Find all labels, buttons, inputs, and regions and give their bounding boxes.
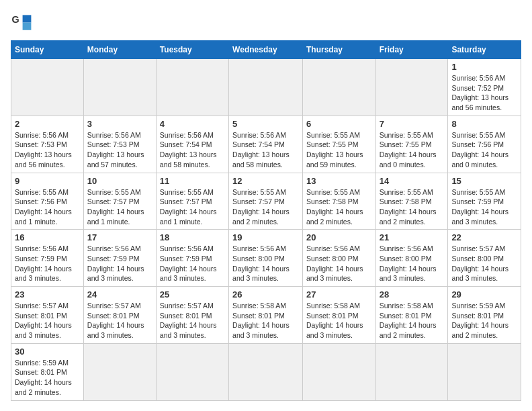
svg-marker-2 xyxy=(23,23,32,30)
calendar-day-header: Saturday xyxy=(448,41,521,59)
day-number: 10 xyxy=(87,176,152,186)
day-info: Sunrise: 5:57 AM Sunset: 8:00 PM Dayligh… xyxy=(451,244,517,283)
day-info: Sunrise: 5:56 AM Sunset: 7:52 PM Dayligh… xyxy=(451,73,517,113)
day-number: 2 xyxy=(15,119,80,129)
calendar-cell xyxy=(448,343,521,400)
calendar-cell: 22Sunrise: 5:57 AM Sunset: 8:00 PM Dayli… xyxy=(448,230,521,287)
calendar-cell xyxy=(375,343,448,400)
day-number: 3 xyxy=(87,119,152,129)
calendar-cell: 5Sunrise: 5:56 AM Sunset: 7:54 PM Daylig… xyxy=(229,116,303,173)
day-number: 1 xyxy=(451,62,517,72)
calendar-cell: 27Sunrise: 5:58 AM Sunset: 8:01 PM Dayli… xyxy=(302,287,375,344)
day-number: 15 xyxy=(451,176,517,186)
day-info: Sunrise: 5:58 AM Sunset: 8:01 PM Dayligh… xyxy=(232,301,299,340)
day-number: 14 xyxy=(380,176,445,186)
calendar-week-row: 23Sunrise: 5:57 AM Sunset: 8:01 PM Dayli… xyxy=(11,287,521,344)
day-info: Sunrise: 5:56 AM Sunset: 7:59 PM Dayligh… xyxy=(15,244,80,283)
page-header: G xyxy=(11,11,521,32)
calendar-cell: 19Sunrise: 5:56 AM Sunset: 8:00 PM Dayli… xyxy=(229,230,303,287)
day-number: 16 xyxy=(15,232,80,242)
day-info: Sunrise: 5:56 AM Sunset: 7:59 PM Dayligh… xyxy=(87,244,152,283)
day-info: Sunrise: 5:55 AM Sunset: 7:55 PM Dayligh… xyxy=(306,130,372,170)
day-number: 13 xyxy=(306,176,372,186)
day-number: 24 xyxy=(87,289,152,300)
day-info: Sunrise: 5:56 AM Sunset: 8:00 PM Dayligh… xyxy=(306,244,372,283)
day-info: Sunrise: 5:55 AM Sunset: 7:59 PM Dayligh… xyxy=(451,187,517,227)
calendar-cell xyxy=(229,59,303,116)
day-info: Sunrise: 5:57 AM Sunset: 8:01 PM Dayligh… xyxy=(160,301,225,340)
day-number: 27 xyxy=(306,289,372,300)
calendar-day-header: Sunday xyxy=(11,41,84,59)
calendar-cell: 9Sunrise: 5:55 AM Sunset: 7:56 PM Daylig… xyxy=(11,173,84,230)
calendar-cell: 7Sunrise: 5:55 AM Sunset: 7:55 PM Daylig… xyxy=(375,116,448,173)
calendar-cell: 28Sunrise: 5:58 AM Sunset: 8:01 PM Dayli… xyxy=(375,287,448,344)
day-info: Sunrise: 5:56 AM Sunset: 8:00 PM Dayligh… xyxy=(232,244,299,283)
calendar-cell: 20Sunrise: 5:56 AM Sunset: 8:00 PM Dayli… xyxy=(302,230,375,287)
day-number: 9 xyxy=(15,176,80,186)
day-number: 26 xyxy=(232,289,299,300)
day-info: Sunrise: 5:55 AM Sunset: 7:58 PM Dayligh… xyxy=(380,187,445,227)
calendar-cell xyxy=(156,59,228,116)
calendar-week-row: 2Sunrise: 5:56 AM Sunset: 7:53 PM Daylig… xyxy=(11,116,521,173)
day-number: 19 xyxy=(232,232,299,242)
day-number: 8 xyxy=(451,119,517,129)
day-number: 5 xyxy=(232,119,299,129)
calendar-cell: 24Sunrise: 5:57 AM Sunset: 8:01 PM Dayli… xyxy=(83,287,156,344)
day-info: Sunrise: 5:56 AM Sunset: 7:53 PM Dayligh… xyxy=(87,130,152,170)
calendar-cell: 16Sunrise: 5:56 AM Sunset: 7:59 PM Dayli… xyxy=(11,230,84,287)
calendar-cell: 4Sunrise: 5:56 AM Sunset: 7:54 PM Daylig… xyxy=(156,116,228,173)
logo: G xyxy=(11,11,36,32)
calendar-cell: 18Sunrise: 5:56 AM Sunset: 7:59 PM Dayli… xyxy=(156,230,228,287)
calendar-cell: 12Sunrise: 5:55 AM Sunset: 7:57 PM Dayli… xyxy=(229,173,303,230)
calendar-week-row: 9Sunrise: 5:55 AM Sunset: 7:56 PM Daylig… xyxy=(11,173,521,230)
day-info: Sunrise: 5:55 AM Sunset: 7:55 PM Dayligh… xyxy=(380,130,445,170)
day-info: Sunrise: 5:57 AM Sunset: 8:01 PM Dayligh… xyxy=(87,301,152,340)
day-info: Sunrise: 5:58 AM Sunset: 8:01 PM Dayligh… xyxy=(380,301,445,340)
day-number: 11 xyxy=(160,176,225,186)
logo-icon: G xyxy=(11,11,32,32)
calendar-day-header: Tuesday xyxy=(156,41,228,59)
calendar-cell: 8Sunrise: 5:55 AM Sunset: 7:56 PM Daylig… xyxy=(448,116,521,173)
svg-text:G: G xyxy=(12,14,19,25)
day-number: 18 xyxy=(160,232,225,242)
calendar-cell: 2Sunrise: 5:56 AM Sunset: 7:53 PM Daylig… xyxy=(11,116,84,173)
day-info: Sunrise: 5:59 AM Sunset: 8:01 PM Dayligh… xyxy=(15,358,80,398)
day-info: Sunrise: 5:55 AM Sunset: 7:56 PM Dayligh… xyxy=(15,187,80,227)
day-info: Sunrise: 5:56 AM Sunset: 7:59 PM Dayligh… xyxy=(160,244,225,283)
day-info: Sunrise: 5:55 AM Sunset: 7:56 PM Dayligh… xyxy=(451,130,517,170)
day-info: Sunrise: 5:55 AM Sunset: 7:58 PM Dayligh… xyxy=(306,187,372,227)
calendar-header-row: SundayMondayTuesdayWednesdayThursdayFrid… xyxy=(11,41,521,59)
calendar-day-header: Thursday xyxy=(302,41,375,59)
calendar-cell: 3Sunrise: 5:56 AM Sunset: 7:53 PM Daylig… xyxy=(83,116,156,173)
calendar-cell: 1Sunrise: 5:56 AM Sunset: 7:52 PM Daylig… xyxy=(448,59,521,116)
calendar-week-row: 30Sunrise: 5:59 AM Sunset: 8:01 PM Dayli… xyxy=(11,343,521,400)
calendar-cell: 26Sunrise: 5:58 AM Sunset: 8:01 PM Dayli… xyxy=(229,287,303,344)
day-info: Sunrise: 5:55 AM Sunset: 7:57 PM Dayligh… xyxy=(87,187,152,227)
calendar-cell: 6Sunrise: 5:55 AM Sunset: 7:55 PM Daylig… xyxy=(302,116,375,173)
calendar-cell: 29Sunrise: 5:59 AM Sunset: 8:01 PM Dayli… xyxy=(448,287,521,344)
calendar-day-header: Wednesday xyxy=(229,41,303,59)
calendar-cell: 30Sunrise: 5:59 AM Sunset: 8:01 PM Dayli… xyxy=(11,343,84,400)
calendar-day-header: Friday xyxy=(375,41,448,59)
svg-marker-1 xyxy=(23,15,32,22)
day-info: Sunrise: 5:56 AM Sunset: 7:53 PM Dayligh… xyxy=(15,130,80,170)
day-info: Sunrise: 5:56 AM Sunset: 8:00 PM Dayligh… xyxy=(380,244,445,283)
calendar-table: SundayMondayTuesdayWednesdayThursdayFrid… xyxy=(11,40,521,401)
day-number: 21 xyxy=(380,232,445,242)
day-number: 29 xyxy=(451,289,517,300)
calendar-cell: 13Sunrise: 5:55 AM Sunset: 7:58 PM Dayli… xyxy=(302,173,375,230)
calendar-cell: 14Sunrise: 5:55 AM Sunset: 7:58 PM Dayli… xyxy=(375,173,448,230)
calendar-cell: 10Sunrise: 5:55 AM Sunset: 7:57 PM Dayli… xyxy=(83,173,156,230)
day-number: 28 xyxy=(380,289,445,300)
calendar-day-header: Monday xyxy=(83,41,156,59)
calendar-cell xyxy=(375,59,448,116)
calendar-cell xyxy=(83,343,156,400)
day-number: 7 xyxy=(380,119,445,129)
day-info: Sunrise: 5:56 AM Sunset: 7:54 PM Dayligh… xyxy=(160,130,225,170)
calendar-cell: 15Sunrise: 5:55 AM Sunset: 7:59 PM Dayli… xyxy=(448,173,521,230)
day-info: Sunrise: 5:56 AM Sunset: 7:54 PM Dayligh… xyxy=(232,130,299,170)
calendar-week-row: 1Sunrise: 5:56 AM Sunset: 7:52 PM Daylig… xyxy=(11,59,521,116)
calendar-cell: 23Sunrise: 5:57 AM Sunset: 8:01 PM Dayli… xyxy=(11,287,84,344)
day-info: Sunrise: 5:55 AM Sunset: 7:57 PM Dayligh… xyxy=(160,187,225,227)
calendar-cell xyxy=(229,343,303,400)
